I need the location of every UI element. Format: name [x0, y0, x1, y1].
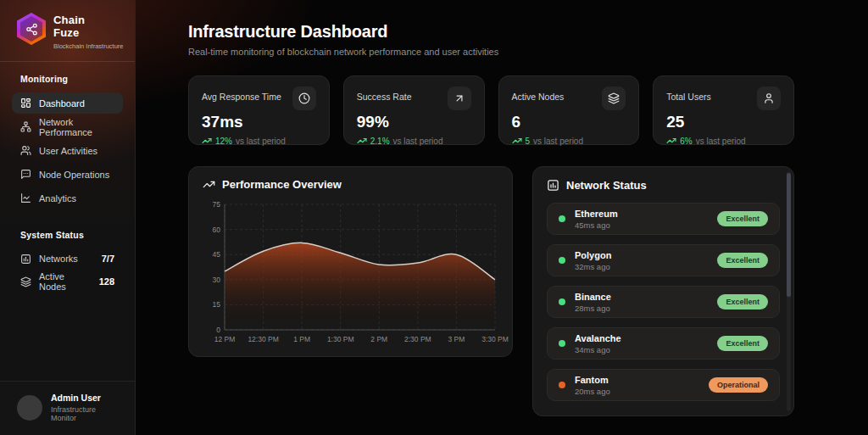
chart-title: Performance Overview: [222, 178, 342, 191]
network-row-polygon[interactable]: Polygon 32ms ago Excellent: [547, 244, 780, 276]
network-latency: 34ms ago: [575, 345, 621, 354]
svg-text:12 PM: 12 PM: [214, 335, 236, 343]
stat-label: Total Users: [666, 92, 711, 102]
network-row-ethereum[interactable]: Ethereum 45ms ago Excellent: [547, 203, 780, 235]
scrollbar-thumb[interactable]: [787, 173, 791, 297]
trending-up-icon: [203, 178, 215, 191]
status-label: Active Nodes: [39, 271, 92, 292]
network-row-fantom[interactable]: Fantom 20ms ago Operational: [547, 369, 780, 401]
svg-text:2 PM: 2 PM: [370, 335, 387, 343]
bar-chart-square-icon: [547, 179, 559, 192]
sidebar-item-network-performance[interactable]: Network Performance: [12, 116, 123, 137]
network-name: Binance: [575, 292, 611, 302]
stat-trend-value: 5: [526, 137, 531, 146]
stat-trend-value: 12%: [215, 137, 232, 146]
stat-trend-suffix: vs last period: [393, 137, 443, 146]
sidebar-item-label: Network Performance: [39, 117, 114, 137]
svg-text:75: 75: [213, 200, 221, 209]
sidebar-nav: Monitoring Dashboard Network Performance: [0, 62, 135, 211]
svg-text:45: 45: [213, 250, 221, 259]
status-badge: Operational: [709, 377, 768, 393]
svg-text:3 PM: 3 PM: [448, 335, 465, 343]
sidebar: Chain Fuze Blockchain Infrastructure Mon…: [0, 0, 136, 435]
status-badge: Excellent: [717, 294, 768, 310]
message-dots-icon: [20, 169, 31, 180]
network-name: Polygon: [575, 250, 611, 260]
status-badge: Excellent: [717, 253, 768, 268]
layers-icon: [602, 86, 626, 110]
stat-trend-suffix: vs last period: [696, 137, 746, 146]
stat-label: Success Rate: [357, 92, 412, 102]
stat-card-success-rate: Success Rate 99% 2.1% vs last period: [343, 75, 485, 145]
svg-text:1:30 PM: 1:30 PM: [327, 335, 354, 343]
network-row-binance[interactable]: Binance 28ms ago Excellent: [547, 286, 780, 318]
network-latency: 20ms ago: [575, 387, 610, 396]
trending-up-icon: [202, 136, 212, 146]
brand-name-line1: Chain: [53, 14, 124, 25]
sidebar-item-node-operations[interactable]: Node Operations: [12, 164, 123, 185]
network-row-avalanche[interactable]: Avalanche 34ms ago Excellent: [547, 327, 780, 360]
stat-value: 37ms: [202, 113, 316, 131]
network-name: Avalanche: [575, 333, 621, 343]
stat-trend-suffix: vs last period: [236, 137, 286, 146]
status-row-active-nodes: Active Nodes 128: [12, 271, 123, 292]
stat-card-avg-response-time: Avg Response Time 37ms 12% vs last perio…: [188, 75, 330, 145]
brand-name-line2: Fuze: [53, 27, 124, 38]
users-icon: [20, 145, 31, 156]
status-label: Networks: [39, 254, 78, 264]
page-subtitle: Real-time monitoring of blockchain netwo…: [188, 47, 794, 57]
clock-icon: [292, 86, 316, 110]
sidebar-item-analytics[interactable]: Analytics: [12, 187, 123, 209]
stats-row: Avg Response Time 37ms 12% vs last perio…: [188, 75, 794, 145]
network-latency: 32ms ago: [575, 262, 611, 271]
stat-value: 6: [512, 113, 626, 131]
network-latency: 28ms ago: [575, 304, 611, 313]
trending-up-icon: [512, 136, 522, 146]
stat-card-total-users: Total Users 25 6% vs last period: [653, 75, 794, 145]
stat-label: Active Nodes: [512, 92, 565, 102]
stat-value: 99%: [357, 113, 471, 131]
sidebar-item-label: Analytics: [39, 193, 76, 204]
stat-label: Avg Response Time: [202, 92, 281, 102]
page-title: Infrastructure Dashboard: [188, 22, 794, 42]
brand: Chain Fuze Blockchain Infrastructure: [0, 0, 135, 61]
network-name: Ethereum: [575, 209, 618, 219]
status-dot: [559, 257, 565, 264]
stat-value: 25: [666, 113, 781, 131]
sidebar-item-dashboard[interactable]: Dashboard: [12, 92, 123, 114]
svg-text:0: 0: [216, 326, 220, 334]
sidebar-item-label: Node Operations: [39, 170, 109, 180]
layers-icon: [20, 276, 31, 287]
scrollbar-track[interactable]: [787, 171, 791, 411]
line-chart-icon: [20, 192, 31, 204]
stat-card-active-nodes: Active Nodes 6 5 vs last period: [498, 75, 640, 145]
status-value: 128: [99, 276, 114, 287]
trending-up-icon: [357, 136, 367, 146]
status-row-networks: Networks 7/7: [12, 248, 123, 269]
arrow-up-right-icon: [448, 86, 471, 110]
performance-area-chart[interactable]: 0153045607512 PM12:30 PM1 PM1:30 PM2 PM2…: [203, 198, 500, 349]
user-role: Infrastructure Monitor: [51, 405, 123, 422]
content-row: Performance Overview 0153045607512 PM12:…: [188, 166, 794, 416]
bar-chart-square-icon: [20, 254, 31, 265]
svg-text:12:30 PM: 12:30 PM: [248, 335, 278, 343]
status-badge: Excellent: [717, 336, 768, 351]
user-name: Admin User: [51, 393, 123, 403]
stat-trend-suffix: vs last period: [533, 137, 583, 146]
system-status-section: System Status Networks 7/7 Active Nodes …: [0, 211, 135, 294]
sidebar-item-user-activities[interactable]: User Activities: [12, 140, 123, 161]
status-dot: [559, 298, 565, 305]
main-content: Infrastructure Dashboard Real-time monit…: [136, 0, 868, 435]
svg-text:30: 30: [213, 276, 221, 284]
layout-dashboard-icon: [20, 98, 31, 109]
user-icon: [757, 86, 781, 110]
svg-text:2:30 PM: 2:30 PM: [404, 335, 431, 343]
network-status-list: Ethereum 45ms ago Excellent Polygon 32ms…: [547, 203, 780, 401]
sidebar-item-label: User Activities: [39, 146, 97, 156]
svg-text:3:30 PM: 3:30 PM: [481, 335, 509, 343]
avatar: [17, 395, 42, 421]
performance-overview-card: Performance Overview 0153045607512 PM12:…: [188, 166, 513, 357]
user-profile[interactable]: Admin User Infrastructure Monitor: [0, 381, 135, 435]
status-badge: Excellent: [717, 211, 768, 226]
brand-logo-hexagon: [17, 13, 46, 45]
